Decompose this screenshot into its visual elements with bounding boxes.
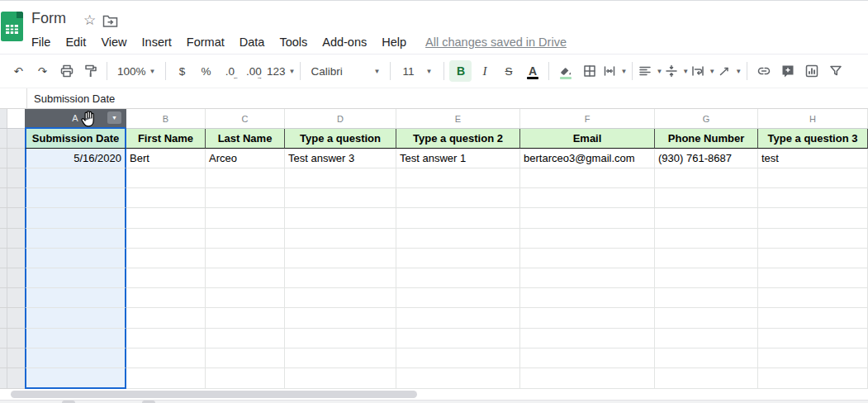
menu-item-view[interactable]: View: [93, 33, 134, 51]
print-button[interactable]: [55, 60, 78, 82]
cell-F5[interactable]: [520, 208, 655, 228]
text-wrapping-dropdown-arrow[interactable]: ▼: [709, 68, 715, 75]
cell-B1[interactable]: First Name: [126, 129, 206, 149]
cell-D7[interactable]: [285, 249, 396, 268]
text-wrapping-button[interactable]: ▼: [690, 60, 715, 82]
cell-D10[interactable]: [285, 308, 396, 328]
document-title[interactable]: Form: [31, 10, 66, 27]
cell-F4[interactable]: [520, 188, 655, 208]
cell-F6[interactable]: [520, 229, 655, 249]
cell-F2[interactable]: bertarceo3@gmail.com: [520, 149, 655, 168]
cell-G11[interactable]: [655, 329, 758, 348]
cell-G5[interactable]: [655, 208, 758, 228]
column-header-C[interactable]: C: [206, 109, 285, 129]
cell-A6[interactable]: [25, 229, 126, 249]
cell-H8[interactable]: [758, 268, 868, 288]
more-formats-button[interactable]: 123▼: [267, 60, 295, 82]
cell-A12[interactable]: [25, 348, 126, 368]
column-dropdown-button[interactable]: ▼: [107, 111, 121, 124]
cell-A4[interactable]: [25, 188, 126, 208]
cell-D13[interactable]: [285, 368, 396, 389]
formula-bar[interactable]: Submission Date: [0, 88, 868, 109]
cell-D8[interactable]: [285, 268, 396, 288]
vertical-align-button[interactable]: ▼: [664, 60, 689, 82]
row-header-12[interactable]: [0, 348, 25, 368]
font-family-dropdown-arrow[interactable]: ▼: [374, 68, 381, 75]
cell-H1[interactable]: Type a question 3: [758, 129, 868, 149]
cell-D4[interactable]: [285, 188, 396, 208]
cell-F12[interactable]: [520, 348, 655, 368]
cell-A8[interactable]: [25, 268, 126, 288]
cell-A9[interactable]: [25, 288, 126, 308]
cell-C6[interactable]: [206, 229, 285, 249]
cell-G10[interactable]: [655, 308, 758, 328]
cell-D9[interactable]: [285, 288, 396, 308]
insert-chart-button[interactable]: [800, 60, 823, 82]
menu-item-help[interactable]: Help: [374, 33, 414, 51]
redo-button[interactable]: ↷: [31, 60, 54, 82]
text-color-button[interactable]: A: [521, 60, 543, 82]
cell-E10[interactable]: [396, 308, 520, 328]
cell-C10[interactable]: [206, 308, 285, 328]
cell-E2[interactable]: Test answer 1: [396, 149, 520, 168]
insert-link-button[interactable]: [752, 60, 775, 82]
menu-item-data[interactable]: Data: [232, 33, 273, 51]
cell-H5[interactable]: [758, 208, 868, 228]
cell-H4[interactable]: [758, 188, 868, 208]
cell-A5[interactable]: [25, 208, 126, 228]
column-header-H[interactable]: H: [758, 109, 868, 129]
column-header-A[interactable]: A▼: [25, 109, 126, 129]
cell-G8[interactable]: [655, 268, 758, 288]
font-size-dropdown-arrow[interactable]: ▼: [426, 68, 433, 75]
row-header-8[interactable]: [0, 268, 25, 288]
row-header-3[interactable]: [0, 168, 25, 188]
formula-input-value[interactable]: Submission Date: [27, 92, 115, 105]
row-header-10[interactable]: [0, 308, 25, 328]
horizontal-scrollbar[interactable]: [0, 389, 868, 400]
cell-F1[interactable]: Email: [520, 129, 655, 149]
cell-C8[interactable]: [206, 268, 285, 288]
cell-A10[interactable]: [25, 308, 126, 328]
cell-C2[interactable]: Arceo: [206, 149, 285, 168]
horizontal-align-button[interactable]: ▼: [638, 60, 662, 82]
cell-H11[interactable]: [758, 329, 868, 348]
cell-E9[interactable]: [396, 288, 520, 308]
strikethrough-button[interactable]: S: [497, 60, 519, 82]
menu-item-edit[interactable]: Edit: [58, 33, 93, 51]
cell-B4[interactable]: [126, 188, 206, 208]
cell-C11[interactable]: [206, 329, 285, 348]
column-header-D[interactable]: D: [285, 109, 396, 129]
text-rotation-dropdown-arrow[interactable]: ▼: [735, 68, 742, 75]
column-header-G[interactable]: G: [655, 109, 758, 129]
cell-G2[interactable]: (930) 761-8687: [655, 149, 758, 168]
cell-D1[interactable]: Type a question: [285, 129, 396, 149]
save-status-link[interactable]: All changes saved in Drive: [425, 36, 567, 49]
cell-D2[interactable]: Test answer 3: [285, 149, 396, 168]
cell-G12[interactable]: [655, 348, 758, 368]
cell-E4[interactable]: [396, 188, 520, 208]
cell-H9[interactable]: [758, 288, 868, 308]
sheets-logo-icon[interactable]: [1, 12, 23, 41]
cell-C4[interactable]: [206, 188, 285, 208]
format-as-currency-button[interactable]: $: [171, 60, 193, 82]
cell-C12[interactable]: [206, 348, 285, 368]
cell-E11[interactable]: [396, 329, 520, 348]
increase-decimal-places-button[interactable]: .00→: [243, 60, 265, 82]
font-size-button[interactable]: 11▼: [396, 60, 439, 82]
cell-G9[interactable]: [655, 288, 758, 308]
cell-E3[interactable]: [396, 168, 520, 188]
cell-C9[interactable]: [206, 288, 285, 308]
row-header-1[interactable]: [0, 129, 25, 149]
horizontal-scrollbar-thumb[interactable]: [11, 391, 417, 398]
font-family-button[interactable]: Calibri▼: [306, 60, 385, 82]
cell-B7[interactable]: [126, 249, 206, 268]
merge-cells-dropdown-arrow[interactable]: ▼: [620, 68, 627, 75]
cell-A2[interactable]: 5/16/2020: [25, 149, 126, 168]
cell-D6[interactable]: [285, 229, 396, 249]
bold-button[interactable]: B: [449, 60, 472, 82]
row-header-6[interactable]: [0, 229, 25, 249]
cell-H10[interactable]: [758, 308, 868, 328]
column-header-B[interactable]: B: [126, 109, 206, 129]
cell-G13[interactable]: [655, 368, 758, 389]
cell-D12[interactable]: [285, 348, 396, 368]
